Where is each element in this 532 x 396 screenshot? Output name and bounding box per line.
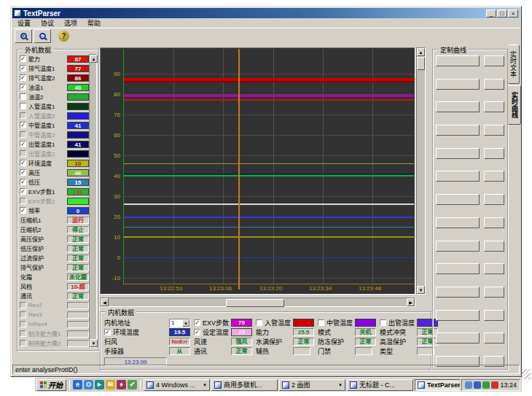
signal-checkbox[interactable]: ✓ bbox=[20, 179, 26, 185]
menu-item-4[interactable]: 帮助 bbox=[82, 18, 106, 28]
tab-实时文本[interactable]: 实时文本 bbox=[508, 44, 520, 84]
curve-slot-button[interactable] bbox=[436, 79, 480, 90]
indoor-checkbox[interactable] bbox=[380, 319, 386, 326]
signal-checkbox[interactable]: ✓ bbox=[20, 65, 26, 71]
folder-check-icon[interactable]: ✔ bbox=[128, 380, 137, 389]
signal-checkbox[interactable]: ✓ bbox=[20, 84, 26, 90]
signal-checkbox[interactable]: ✓ bbox=[20, 169, 26, 176]
curve-value-button[interactable] bbox=[484, 171, 504, 182]
curve-value-button[interactable] bbox=[484, 310, 504, 321]
left-panel-scrollbar[interactable]: ▲ ▼ bbox=[89, 54, 97, 348]
curve-value-button[interactable] bbox=[484, 79, 504, 90]
signal-checkbox[interactable]: ✓ bbox=[20, 122, 26, 128]
start-button[interactable]: 开始 bbox=[36, 379, 66, 391]
curve-slot-button[interactable] bbox=[436, 125, 480, 136]
menu-item-3[interactable]: 选项 bbox=[59, 18, 82, 28]
curve-value-button[interactable] bbox=[484, 217, 504, 228]
title-bar[interactable]: TextParser _ □ × bbox=[12, 8, 520, 18]
curve-slot-button[interactable] bbox=[436, 287, 480, 298]
signal-checkbox[interactable] bbox=[20, 150, 26, 157]
signal-checkbox[interactable] bbox=[20, 103, 26, 109]
minimize-button[interactable]: _ bbox=[486, 9, 496, 18]
curve-slot-button[interactable] bbox=[436, 263, 480, 274]
curve-value-button[interactable] bbox=[484, 263, 504, 274]
curve-value-button[interactable] bbox=[484, 125, 504, 136]
signal-checkbox[interactable]: ✓ bbox=[20, 141, 26, 147]
indoor-checkbox[interactable] bbox=[256, 319, 262, 326]
curve-slot-button[interactable] bbox=[436, 194, 480, 205]
zoom-in-button[interactable]: + bbox=[15, 29, 32, 43]
signal-checkbox[interactable] bbox=[20, 330, 26, 337]
signal-checkbox[interactable]: ✓ bbox=[20, 160, 26, 166]
signal-checkbox[interactable] bbox=[20, 311, 26, 318]
taskbar-button-5[interactable]: TextParser bbox=[415, 379, 460, 391]
update-icon[interactable] bbox=[491, 381, 498, 389]
scroll-up-icon[interactable]: ▲ bbox=[90, 55, 98, 63]
hscroll-thumb[interactable] bbox=[226, 299, 284, 307]
taskbar-button-3[interactable]: 2 画图▼ bbox=[279, 379, 345, 391]
signal-checkbox[interactable]: ✓ bbox=[20, 207, 26, 214]
curve-slot-button[interactable] bbox=[436, 217, 480, 228]
curve-slot-button[interactable] bbox=[436, 241, 480, 252]
taskbar-button-2[interactable]: 商用多联机... bbox=[211, 379, 278, 391]
tab-实时曲线[interactable]: 实时曲线 bbox=[508, 85, 521, 125]
signal-checkbox[interactable]: ✓ bbox=[20, 188, 26, 195]
curve-slot-button[interactable] bbox=[436, 171, 480, 182]
outlook-icon[interactable]: ✉ bbox=[106, 380, 115, 389]
curve-slot-button[interactable] bbox=[436, 55, 480, 66]
curve-value-button[interactable] bbox=[484, 148, 504, 159]
indoor-checkbox[interactable]: ✓ bbox=[104, 329, 111, 335]
curve-slot-button[interactable] bbox=[436, 148, 480, 159]
menu-item-2[interactable]: 协议 bbox=[36, 18, 59, 28]
antivirus-icon[interactable] bbox=[482, 381, 490, 389]
scroll-down-icon[interactable]: ▼ bbox=[90, 339, 98, 347]
indoor-checkbox[interactable]: ✓ bbox=[194, 329, 200, 335]
curve-value-button[interactable] bbox=[484, 101, 504, 112]
curve-value-button[interactable] bbox=[484, 194, 504, 205]
chart-horizontal-scrollbar[interactable]: ◀ ▶ bbox=[100, 298, 415, 307]
signal-checkbox[interactable]: ✓ bbox=[20, 55, 26, 62]
network-icon[interactable] bbox=[474, 381, 481, 389]
curve-value-button[interactable] bbox=[484, 287, 504, 298]
signal-checkbox[interactable] bbox=[20, 340, 26, 346]
vscroll-thumb[interactable] bbox=[417, 57, 425, 70]
close-button[interactable]: × bbox=[508, 9, 518, 18]
signal-label: Rev2 bbox=[28, 302, 65, 308]
curve-slot-button[interactable] bbox=[436, 101, 480, 112]
curve-value-button[interactable] bbox=[484, 241, 504, 252]
menu-item-1[interactable]: 设置 bbox=[12, 18, 36, 28]
scroll-up-icon[interactable]: ▲ bbox=[417, 48, 425, 56]
help-button[interactable]: ? bbox=[58, 31, 69, 42]
taskbar-button-1[interactable]: 4 Windows ...▼ bbox=[144, 379, 210, 391]
signal-checkbox[interactable] bbox=[20, 112, 26, 119]
restore-button[interactable]: □ bbox=[497, 9, 507, 18]
curve-slot-button[interactable] bbox=[436, 333, 480, 343]
curve-value-button[interactable] bbox=[484, 55, 504, 66]
indoor-address-dropdown[interactable]: 1▼ bbox=[169, 319, 190, 327]
scroll-left-icon[interactable]: ◀ bbox=[101, 298, 109, 306]
curve-value-button[interactable] bbox=[484, 333, 504, 343]
media-player-icon[interactable]: ► bbox=[95, 380, 104, 389]
resize-grip-icon[interactable] bbox=[522, 369, 531, 379]
taskbar-button-label: 商用多联机... bbox=[224, 380, 275, 389]
curve-slot-button[interactable] bbox=[436, 310, 480, 321]
signal-checkbox[interactable] bbox=[20, 198, 26, 204]
signal-checkbox[interactable]: ✓ bbox=[20, 74, 26, 81]
signal-checkbox[interactable] bbox=[20, 302, 26, 308]
key-icon[interactable]: ♦ bbox=[117, 380, 126, 389]
ie-icon[interactable]: e bbox=[73, 380, 82, 389]
scroll-down-icon[interactable]: ▼ bbox=[417, 286, 425, 294]
indoor-checkbox[interactable] bbox=[318, 319, 324, 326]
time-cursor[interactable] bbox=[238, 49, 240, 290]
signal-checkbox[interactable] bbox=[20, 93, 26, 100]
speaker-icon[interactable] bbox=[465, 381, 472, 389]
chart-vertical-scrollbar[interactable]: ▲ ▼ bbox=[416, 47, 426, 295]
taskbar-button-4[interactable]: 无标题 - C... bbox=[347, 379, 413, 391]
indoor-checkbox[interactable]: ✓ bbox=[194, 319, 200, 326]
scroll-right-icon[interactable]: ▶ bbox=[407, 298, 415, 306]
zoom-out-button[interactable]: - bbox=[34, 29, 51, 43]
chevron-down-icon[interactable]: ▼ bbox=[182, 319, 189, 327]
globe-icon[interactable]: O bbox=[84, 380, 93, 389]
signal-checkbox[interactable] bbox=[20, 321, 26, 327]
signal-checkbox[interactable] bbox=[20, 131, 26, 138]
